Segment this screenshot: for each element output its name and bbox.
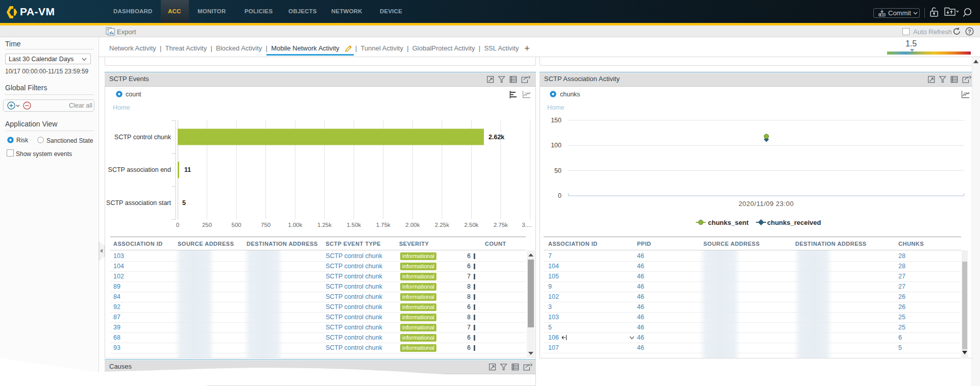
svg-text:chunks_received: chunks_received [767,219,821,226]
svg-text:1.75k: 1.75k [376,222,390,228]
svg-text:SCTP control chunk: SCTP control chunk [114,134,172,141]
svg-text:100: 100 [551,142,561,149]
svg-text:5: 5 [182,199,186,207]
svg-text:1.25k: 1.25k [317,222,332,228]
svg-text:750: 750 [261,222,271,228]
svg-text:50: 50 [554,167,561,174]
svg-text:1.50k: 1.50k [347,222,361,228]
svg-text:11: 11 [184,166,191,173]
svg-text:3....: 3.... [522,222,531,228]
svg-text:500: 500 [232,222,241,228]
svg-text:0: 0 [176,222,179,228]
svg-text:250: 250 [202,222,212,228]
svg-text:2.25k: 2.25k [435,222,449,228]
svg-text:2020/11/09 23:00: 2020/11/09 23:00 [739,200,794,208]
svg-text:?: ? [968,29,971,35]
svg-text:2.62k: 2.62k [488,134,504,141]
svg-text:chunks_sent: chunks_sent [708,219,749,226]
svg-text:1.00k: 1.00k [288,222,302,228]
svg-text:2.75k: 2.75k [494,222,508,228]
svg-text:SCTP association end: SCTP association end [108,166,171,173]
svg-text:2.00k: 2.00k [405,222,420,228]
svg-text:0: 0 [558,192,561,199]
svg-text:150: 150 [551,117,561,124]
svg-text:2.50k: 2.50k [464,222,478,228]
svg-text:SCTP association start: SCTP association start [106,199,171,207]
